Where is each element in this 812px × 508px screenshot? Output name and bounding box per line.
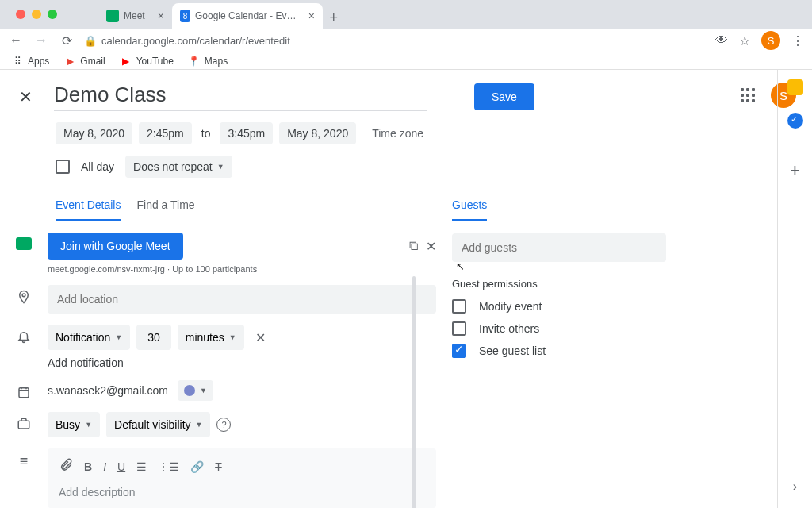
notification-icon bbox=[16, 325, 32, 344]
tab-bar: Meet × 8 Google Calendar - Event detai ×… bbox=[0, 0, 812, 29]
visibility-dropdown[interactable]: Default visibility▼ bbox=[106, 412, 210, 437]
meet-favicon-icon bbox=[106, 10, 119, 22]
bold-icon[interactable]: B bbox=[84, 460, 92, 473]
forward-button[interactable]: → bbox=[33, 33, 49, 48]
invite-others-label: Invite others bbox=[479, 322, 539, 335]
caret-down-icon: ▼ bbox=[200, 387, 207, 394]
description-toolbar: B I U ☰ ⋮☰ 🔗 T bbox=[54, 455, 430, 483]
lock-icon: 🔒 bbox=[84, 35, 97, 47]
browser-chrome: Meet × 8 Google Calendar - Event detai ×… bbox=[0, 0, 812, 70]
side-panel: + › bbox=[777, 70, 812, 508]
url-field[interactable]: 🔒 calendar.google.com/calendar/r/evented… bbox=[84, 35, 706, 47]
bookmark-apps[interactable]: ⠿Apps bbox=[11, 55, 49, 67]
allday-checkbox[interactable] bbox=[56, 160, 70, 174]
repeat-dropdown[interactable]: Does not repeat▼ bbox=[125, 156, 232, 178]
bulleted-list-icon[interactable]: ⋮☰ bbox=[158, 460, 179, 473]
remove-notification-icon[interactable]: ✕ bbox=[255, 330, 266, 345]
svg-point-0 bbox=[22, 294, 25, 297]
meet-icon bbox=[16, 233, 32, 250]
bookmark-maps[interactable]: 📍Maps bbox=[188, 55, 228, 67]
notification-value-input[interactable]: 30 bbox=[136, 325, 171, 350]
collapse-panel-icon[interactable]: › bbox=[793, 479, 797, 494]
location-input[interactable] bbox=[48, 285, 436, 314]
close-editor-button[interactable]: ✕ bbox=[16, 87, 35, 106]
end-time-chip[interactable]: 3:45pm bbox=[220, 122, 273, 144]
new-tab-button[interactable]: + bbox=[323, 6, 345, 29]
timezone-link[interactable]: Time zone bbox=[372, 127, 423, 140]
maximize-window-icon[interactable] bbox=[48, 10, 57, 19]
invite-others-checkbox[interactable] bbox=[452, 321, 466, 336]
add-notification-link[interactable]: Add notification bbox=[48, 356, 436, 369]
end-date-chip[interactable]: May 8, 2020 bbox=[279, 122, 356, 144]
clear-format-icon[interactable]: T bbox=[215, 460, 222, 473]
guest-permissions-title: Guest permissions bbox=[452, 278, 666, 290]
event-color-dropdown[interactable]: ▼ bbox=[178, 380, 213, 401]
tab-title: Meet bbox=[124, 10, 145, 21]
start-time-chip[interactable]: 2:45pm bbox=[139, 122, 192, 144]
underline-icon[interactable]: U bbox=[117, 460, 125, 473]
reload-button[interactable]: ⟳ bbox=[59, 33, 75, 48]
profile-avatar[interactable]: S bbox=[761, 31, 780, 50]
see-guest-list-label: See guest list bbox=[479, 344, 546, 357]
keep-icon[interactable] bbox=[787, 79, 803, 95]
link-icon[interactable]: 🔗 bbox=[190, 460, 204, 473]
tab-title: Google Calendar - Event detai bbox=[195, 10, 301, 21]
tab-close-icon[interactable]: × bbox=[308, 10, 315, 22]
location-icon bbox=[16, 285, 32, 304]
gmail-icon: ▶ bbox=[63, 55, 76, 67]
remove-meet-icon[interactable]: ✕ bbox=[426, 239, 436, 254]
description-editor[interactable]: B I U ☰ ⋮☰ 🔗 T Add description bbox=[48, 448, 436, 508]
notification-unit-dropdown[interactable]: minutes▼ bbox=[178, 325, 244, 350]
minimize-window-icon[interactable] bbox=[32, 10, 41, 19]
calendar-owner-label: s.wanasek2@gmail.com bbox=[48, 384, 168, 397]
availability-dropdown[interactable]: Busy▼ bbox=[48, 412, 100, 437]
tab-close-icon[interactable]: × bbox=[158, 10, 164, 22]
tasks-icon[interactable] bbox=[787, 113, 803, 129]
modify-event-label: Modify event bbox=[479, 300, 542, 313]
url-text: calendar.google.com/calendar/r/eventedit bbox=[102, 35, 290, 47]
address-bar: ← → ⟳ 🔒 calendar.google.com/calendar/r/e… bbox=[0, 29, 812, 52]
window-controls bbox=[6, 10, 67, 19]
calendar-icon bbox=[16, 380, 32, 399]
bookmarks-bar: ⠿Apps ▶Gmail ▶YouTube 📍Maps bbox=[0, 52, 812, 70]
copy-link-icon[interactable]: ⧉ bbox=[409, 239, 418, 254]
svg-rect-1 bbox=[19, 388, 29, 398]
mouse-cursor-icon: ↖ bbox=[456, 260, 465, 272]
modify-event-checkbox[interactable] bbox=[452, 299, 466, 314]
bookmark-gmail[interactable]: ▶Gmail bbox=[63, 55, 105, 67]
allday-label: All day bbox=[81, 160, 114, 173]
google-apps-button[interactable] bbox=[741, 88, 755, 102]
svg-rect-2 bbox=[18, 421, 29, 429]
caret-down-icon: ▼ bbox=[85, 421, 92, 429]
add-addon-button[interactable]: + bbox=[790, 160, 800, 181]
caret-down-icon: ▼ bbox=[115, 333, 122, 341]
apps-icon: ⠿ bbox=[11, 55, 24, 67]
save-button[interactable]: Save bbox=[474, 83, 534, 110]
tab-event-details[interactable]: Event Details bbox=[56, 198, 121, 221]
browser-tab-calendar[interactable]: 8 Google Calendar - Event detai × bbox=[172, 3, 323, 29]
event-title-input[interactable]: Demo Class bbox=[54, 83, 427, 111]
close-window-icon[interactable] bbox=[16, 10, 25, 19]
star-icon[interactable]: ☆ bbox=[739, 33, 750, 48]
tab-find-a-time[interactable]: Find a Time bbox=[136, 198, 194, 221]
notification-type-dropdown[interactable]: Notification▼ bbox=[48, 325, 130, 350]
eye-icon[interactable]: 👁 bbox=[715, 33, 728, 48]
color-dot-icon bbox=[184, 385, 195, 396]
visibility-help-icon[interactable]: ? bbox=[216, 418, 231, 432]
youtube-icon: ▶ bbox=[120, 55, 132, 67]
meet-subtext: meet.google.com/nsv-nxmt-jrg · Up to 100… bbox=[48, 264, 436, 274]
menu-icon[interactable]: ⋮ bbox=[791, 33, 804, 48]
add-guests-input[interactable] bbox=[452, 233, 666, 262]
start-date-chip[interactable]: May 8, 2020 bbox=[56, 122, 132, 144]
tab-guests[interactable]: Guests bbox=[452, 198, 487, 221]
description-icon: ≡ bbox=[16, 448, 32, 470]
italic-icon[interactable]: I bbox=[103, 460, 106, 473]
back-button[interactable]: ← bbox=[8, 33, 24, 48]
see-guest-list-checkbox[interactable] bbox=[452, 344, 466, 358]
attach-icon[interactable] bbox=[59, 458, 73, 475]
browser-tab-meet[interactable]: Meet × bbox=[98, 3, 172, 29]
scrollbar[interactable] bbox=[412, 276, 416, 508]
join-meet-button[interactable]: Join with Google Meet bbox=[48, 233, 183, 260]
numbered-list-icon[interactable]: ☰ bbox=[136, 460, 147, 473]
bookmark-youtube[interactable]: ▶YouTube bbox=[120, 55, 174, 67]
